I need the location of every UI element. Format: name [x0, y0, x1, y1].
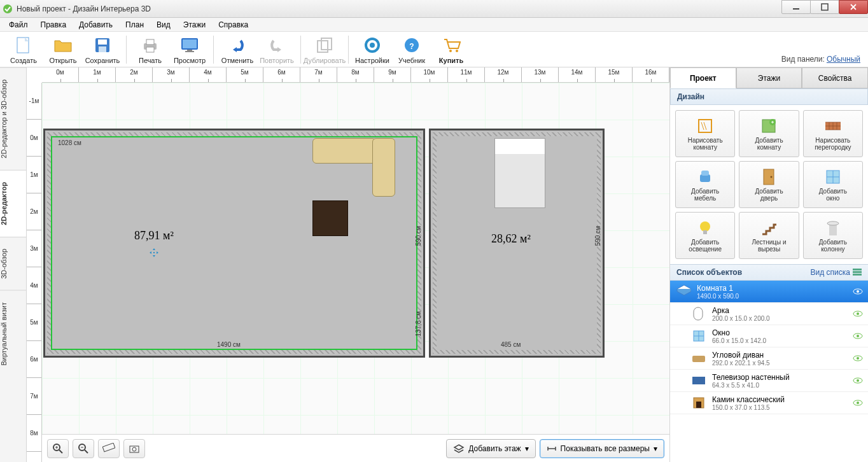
save-button[interactable]: Сохранить [83, 35, 122, 64]
design-card[interactable]: Нарисоватьперегородку [803, 110, 863, 157]
objects-list: Комната 11490.0 x 590.0Арка200.0 x 15.0 … [670, 281, 868, 462]
object-icon [690, 395, 707, 411]
tab-floors[interactable]: Этажи [736, 67, 802, 88]
tv-object[interactable] [312, 200, 348, 236]
close-button[interactable] [839, 0, 868, 14]
object-item[interactable]: Окно66.0 x 15.0 x 142.0 [670, 325, 868, 347]
visibility-icon[interactable] [853, 353, 863, 363]
svg-rect-15 [321, 38, 332, 50]
object-icon [690, 328, 707, 344]
visibility-icon[interactable] [853, 286, 863, 297]
design-card[interactable]: Добавитьдверь [739, 161, 799, 208]
panel-mode-link[interactable]: Обычный [827, 55, 860, 64]
object-item[interactable]: Арка200.0 x 15.0 x 200.0 [670, 303, 868, 325]
object-text: Угловой диван292.0 x 202.1 x 94.5 [712, 351, 848, 367]
design-card[interactable]: Добавитьколонну [803, 212, 863, 259]
visibility-icon[interactable] [853, 375, 863, 386]
object-item[interactable]: Комната 11490.0 x 590.0 [670, 281, 868, 303]
menu-view[interactable]: Вид [150, 19, 177, 31]
buy-button[interactable]: Купить [431, 35, 471, 64]
visibility-icon[interactable] [853, 398, 863, 408]
design-card[interactable]: Добавитьокно [803, 161, 863, 208]
main-area: 2D-редактор и 3D-обзор 2D-редактор 3D-об… [0, 67, 868, 462]
object-item[interactable]: Камин классический150.0 x 37.0 x 113.5 [670, 392, 868, 414]
room-2[interactable]: 195 см 590 см 485 см 28,62 м² [429, 129, 605, 358]
menu-plan[interactable]: План [119, 19, 150, 31]
ruler-tick: -1м [27, 83, 41, 120]
ruler-tick: 14м [559, 67, 596, 82]
redo-button[interactable]: Повторить [257, 35, 297, 64]
ruler-tick: 12м [485, 67, 522, 82]
move-handle-icon[interactable] [150, 248, 158, 257]
print-button[interactable]: Печать [130, 35, 170, 64]
printer-icon [141, 37, 159, 53]
tutorial-button[interactable]: ?Учебник [392, 35, 431, 64]
undo-button[interactable]: Отменить [218, 35, 257, 64]
menu-file[interactable]: Файл [3, 19, 34, 31]
svg-rect-8 [146, 39, 154, 45]
titlebar: Новый проект - Дизайн Интерьера 3D [0, 0, 868, 18]
tab-2d-3d[interactable]: 2D-редактор и 3D-обзор [0, 67, 26, 170]
ruler-icon [102, 443, 115, 454]
tab-project[interactable]: Проект [670, 67, 736, 88]
sofa-object[interactable] [312, 138, 395, 197]
zoom-out-icon [78, 443, 89, 454]
gear-icon [363, 36, 381, 54]
object-text: Арка200.0 x 15.0 x 200.0 [712, 306, 848, 322]
settings-button[interactable]: Настройки [353, 35, 392, 64]
object-item[interactable]: Телевизор настенный64.3 x 5.5 x 41.0 [670, 370, 868, 392]
visibility-icon[interactable] [853, 309, 863, 319]
canvas-2d[interactable]: 1028 см 396 см 590 см 137,8 см 1490 см 8… [42, 83, 669, 434]
ruler-tick: 13м [522, 67, 559, 82]
card-label: Добавитьколонну [819, 239, 847, 253]
menu-add[interactable]: Добавить [73, 19, 119, 31]
design-card[interactable]: Лестницы ивырезы [739, 212, 799, 259]
svg-point-21 [456, 50, 458, 52]
zoom-in-button[interactable] [47, 439, 69, 458]
design-card[interactable]: Добавитьосвещение [675, 212, 735, 259]
create-button[interactable]: Создать [4, 35, 43, 64]
object-item[interactable]: Угловой диван292.0 x 202.1 x 94.5 [670, 347, 868, 370]
ruler-tick: 8м [337, 67, 374, 82]
menu-edit[interactable]: Правка [34, 19, 73, 31]
snapshot-button[interactable] [123, 439, 145, 458]
svg-rect-2 [822, 4, 828, 10]
svg-point-0 [3, 4, 12, 13]
room-area: 87,91 м² [134, 229, 174, 242]
design-card[interactable]: Нарисоватькомнату [675, 110, 735, 157]
add-floor-button[interactable]: Добавить этаж▾ [446, 439, 535, 458]
measure-button[interactable] [98, 439, 120, 458]
ruler-tick: 2м [27, 193, 41, 230]
ruler-tick: 16м [633, 67, 669, 82]
open-button[interactable]: Открыть [43, 35, 83, 64]
design-card[interactable]: Добавитьмебель [675, 161, 735, 208]
ruler-tick: 4м [190, 67, 227, 82]
svg-rect-38 [703, 230, 707, 234]
tab-3d[interactable]: 3D-обзор [0, 237, 26, 290]
minimize-button[interactable] [781, 0, 811, 14]
svg-rect-33 [701, 171, 709, 176]
tab-virtual-visit[interactable]: Виртуальный визит [0, 290, 26, 377]
object-icon [690, 372, 707, 389]
ruler-tick: 7м [27, 378, 41, 415]
zoom-out-button[interactable] [73, 439, 94, 458]
bed-object[interactable] [494, 138, 545, 208]
room-1[interactable]: 1028 см 396 см 590 см 137,8 см 1490 см 8… [43, 129, 425, 358]
maximize-button[interactable] [810, 0, 839, 14]
tab-properties[interactable]: Свойства [802, 67, 868, 88]
preview-button[interactable]: Просмотр [170, 35, 209, 64]
card-label: Добавитьдверь [755, 188, 783, 202]
list-view-link[interactable]: Вид списка [811, 268, 862, 277]
show-dims-button[interactable]: Показывать все размеры▾ [540, 439, 664, 458]
card-icon [760, 116, 778, 136]
dim-right: 590 см [594, 226, 601, 246]
ruler-horizontal: 0м1м2м3м4м5м6м7м8м9м10м11м12м13м14м15м16… [42, 67, 669, 83]
menu-floors[interactable]: Этажи [177, 19, 212, 31]
ruler-tick: 0м [42, 67, 79, 82]
visibility-icon[interactable] [853, 331, 863, 341]
card-label: Лестницы ивырезы [752, 239, 786, 253]
tab-2d[interactable]: 2D-редактор [0, 170, 26, 237]
duplicate-button[interactable]: Дублировать [305, 35, 344, 64]
design-card[interactable]: Добавитькомнату [739, 110, 799, 157]
menu-help[interactable]: Справка [212, 19, 255, 31]
